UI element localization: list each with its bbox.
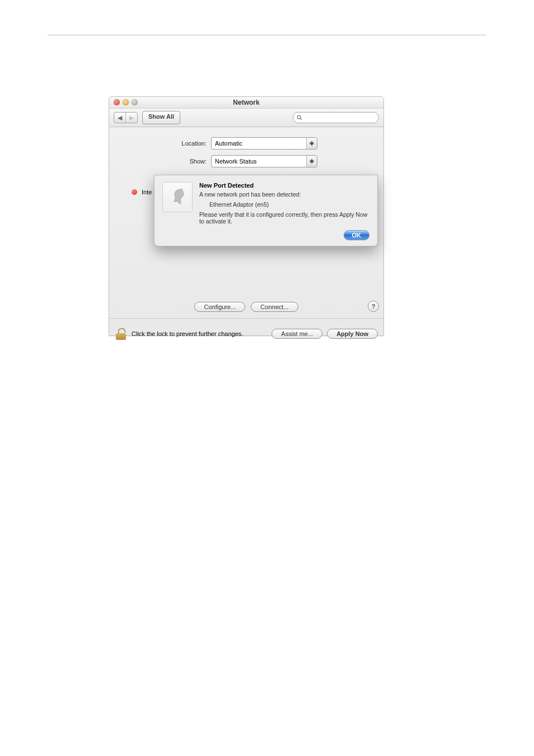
apply-now-button[interactable]: Apply Now [327, 329, 378, 339]
stepper-arrows-icon [306, 138, 317, 149]
minimize-icon[interactable] [123, 99, 129, 105]
zoom-icon[interactable] [132, 99, 138, 105]
prefpane-body: Location: Automatic Show: Network Status… [109, 127, 383, 344]
toolbar: ◀ ▶ Show All [109, 109, 383, 127]
window-title: Network [233, 99, 259, 106]
show-popup[interactable]: Network Status [211, 155, 317, 167]
new-port-sheet: New Port Detected A new network port has… [154, 175, 378, 246]
search-icon [297, 115, 302, 120]
connect-button[interactable]: Connect... [251, 302, 298, 312]
close-icon[interactable] [114, 99, 120, 105]
sheet-line2: Please verify that it is configured corr… [199, 211, 369, 225]
status-dot-icon [132, 189, 137, 195]
assist-me-button[interactable]: Assist me... [271, 329, 322, 339]
show-value: Network Status [211, 155, 317, 167]
location-popup[interactable]: Automatic [211, 137, 317, 150]
network-prefpane-window: Network ◀ ▶ Show All Location: Automatic [109, 96, 384, 336]
lock-hint: Click the lock to prevent further change… [132, 330, 243, 337]
show-all-button[interactable]: Show All [142, 111, 180, 124]
ok-button[interactable]: OK [344, 230, 370, 240]
separator [109, 318, 383, 319]
sheet-title: New Port Detected [199, 182, 369, 189]
sheet-port-name: Ethernet Adaptor (en5) [209, 201, 369, 208]
network-app-icon [162, 182, 193, 212]
status-list-item[interactable]: Inte [132, 189, 152, 195]
svg-line-1 [301, 119, 302, 120]
stepper-arrows-icon [306, 156, 317, 167]
location-value: Automatic [211, 137, 317, 150]
forward-icon[interactable]: ▶ [125, 113, 137, 123]
lock-icon[interactable] [115, 328, 127, 340]
nav-back-forward[interactable]: ◀ ▶ [114, 112, 138, 123]
svg-point-0 [297, 115, 301, 119]
status-item-label: Inte [142, 189, 152, 195]
search-input[interactable] [293, 112, 379, 123]
sheet-line1: A new network port has been detected: [199, 191, 369, 198]
help-button[interactable]: ? [368, 301, 379, 312]
location-label: Location: [117, 140, 207, 147]
footer: Click the lock to prevent further change… [109, 328, 383, 340]
show-label: Show: [117, 158, 207, 165]
configure-button[interactable]: Configure... [194, 302, 245, 312]
titlebar: Network [109, 97, 383, 109]
back-icon[interactable]: ◀ [114, 113, 125, 123]
window-controls [114, 99, 138, 105]
